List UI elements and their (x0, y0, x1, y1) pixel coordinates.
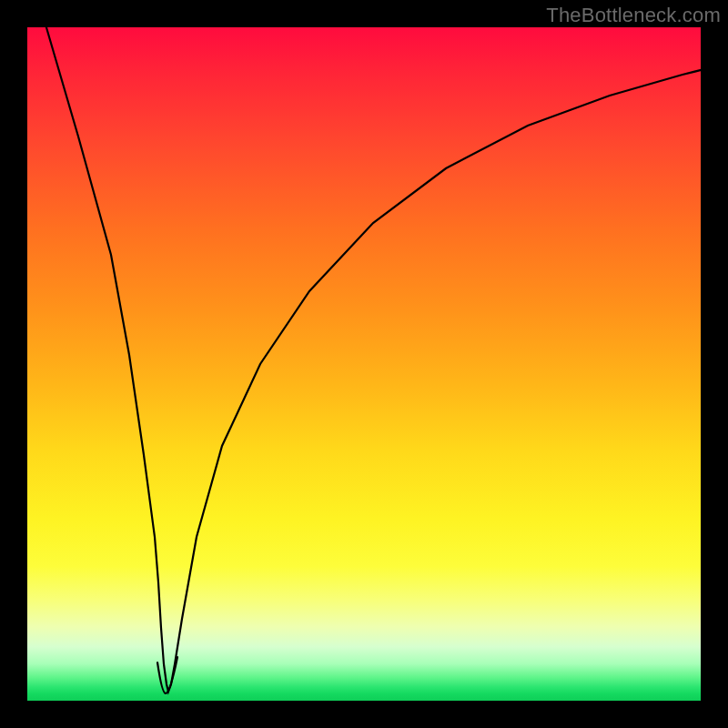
curve-svg (27, 27, 701, 701)
bottleneck-curve (44, 18, 719, 692)
plot-area (27, 27, 701, 701)
chart-frame: TheBottleneck.com (0, 0, 728, 728)
watermark-label: TheBottleneck.com (546, 4, 721, 27)
